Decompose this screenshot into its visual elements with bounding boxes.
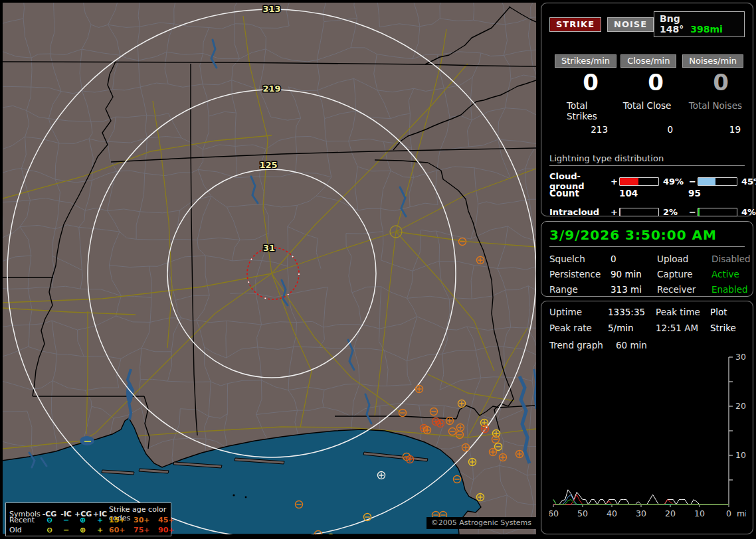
negative-count: 95 — [688, 188, 745, 198]
negative-bar — [698, 208, 737, 216]
uptime-value: Plot — [710, 307, 745, 317]
noise-mode-button[interactable]: NOISE — [607, 17, 654, 32]
datetime-display: 3/9/2026 3:50:00 AM — [549, 227, 745, 243]
total-close-label: Total Close — [614, 100, 680, 121]
close-per-min-value: 0 — [614, 69, 680, 96]
uptime-label: 12:51 AM — [656, 323, 710, 333]
status-grid: Squelch0UploadDisabledPersistence90 minC… — [549, 254, 745, 295]
legend-row: Recent⊖−⊕+15+30+45+ — [9, 515, 167, 525]
age-code: 90+ — [158, 526, 179, 534]
strike-symbol-glyph: ⊕ — [74, 526, 91, 534]
bearing-range: 398mi — [690, 24, 723, 35]
age-code: 45+ — [158, 516, 179, 524]
svg-text:313: 313 — [262, 4, 280, 14]
negative-pct: 4% — [737, 207, 756, 217]
negative-pct: 45% — [737, 177, 756, 187]
setting-label: Persistence — [549, 269, 611, 279]
status-panel: 3/9/2026 3:50:00 AM Squelch0UploadDisabl… — [541, 221, 753, 297]
distribution-row: Intracloud+2%−4% — [549, 206, 745, 218]
noises-per-min-value: 0 — [680, 69, 745, 96]
strike-symbol-glyph: ⊖ — [41, 526, 58, 534]
positive-pct: 49% — [659, 177, 689, 187]
legend-header-row: Symbols -CG -IC +CG +IC Strike age color… — [9, 505, 167, 515]
minus-sign: − — [689, 207, 698, 217]
map-canvas[interactable]: 31321912531 — [3, 3, 536, 534]
strikes-per-min-value: 0 — [549, 69, 614, 96]
legend-row-label: Old — [9, 526, 41, 534]
svg-text:40: 40 — [607, 508, 617, 518]
svg-text:20: 20 — [665, 508, 676, 518]
svg-text:31: 31 — [263, 243, 275, 253]
strikes-per-min-chip[interactable]: Strikes/min — [555, 54, 616, 68]
uptime-value: Strike — [710, 323, 745, 333]
noises-per-min-chip[interactable]: Noises/min — [682, 54, 743, 68]
strike-mode-button[interactable]: STRIKE — [549, 17, 601, 32]
strike-symbol-glyph: ⊕ — [74, 516, 91, 524]
svg-text:30: 30 — [735, 353, 746, 362]
copyright-text: ©2005 Astrogenic Systems — [426, 517, 536, 529]
setting-value: 90 min — [611, 269, 657, 279]
setting-label: Receiver — [657, 284, 711, 295]
setting-status: Active — [711, 269, 751, 279]
count-label: Count — [549, 188, 619, 198]
uptime-panel: Uptime1335:35Peak timePlotPeak rate5/min… — [541, 301, 753, 534]
negative-bar — [698, 177, 737, 186]
svg-text:30: 30 — [636, 508, 646, 518]
app-window: 31321912531 Symbols -CG -IC +CG +IC Stri… — [0, 0, 756, 539]
plus-sign: + — [611, 207, 619, 217]
age-code: 75+ — [134, 526, 158, 534]
setting-label: Capture — [657, 269, 711, 279]
positive-count: 104 — [619, 188, 688, 198]
divider — [549, 246, 745, 247]
map-legend: Symbols -CG -IC +CG +IC Strike age color… — [5, 502, 171, 536]
bearing-label: Bng 148° — [660, 13, 684, 35]
uptime-grid: Uptime1335:35Peak timePlotPeak rate5/min… — [549, 307, 745, 333]
svg-text:10: 10 — [694, 508, 705, 518]
uptime-label: Uptime — [549, 307, 608, 317]
strike-symbol-glyph: − — [58, 516, 74, 524]
uptime-label: Peak rate — [549, 323, 608, 333]
strike-symbol-glyph: ⊖ — [41, 516, 58, 524]
legend-row: Old⊖−⊕+60+75+90+ — [9, 525, 167, 535]
svg-text:50: 50 — [577, 508, 588, 518]
uptime-value: 1335:35 — [608, 307, 656, 317]
setting-value: 313 mi — [611, 284, 657, 295]
uptime-label: Peak time — [656, 307, 710, 317]
trend-graph: 1020306050403020100min — [549, 353, 746, 520]
positive-bar — [619, 208, 659, 216]
dist-label: Intracloud — [549, 207, 611, 217]
distribution-title: Lightning type distribution — [549, 153, 745, 166]
total-close-value: 0 — [614, 124, 680, 135]
legend-rows: Recent⊖−⊕+15+30+45+Old⊖−⊕+60+75+90+ — [9, 515, 167, 535]
age-code: 60+ — [109, 526, 134, 534]
strike-symbol-glyph: + — [91, 516, 109, 524]
strike-symbol-glyph: + — [91, 526, 109, 534]
svg-text:min: min — [737, 508, 746, 518]
trend-graph-label: Trend graph — [549, 340, 616, 350]
trend-graph-window: 60 min — [616, 340, 745, 350]
total-noises-value: 19 — [680, 124, 745, 135]
svg-text:125: 125 — [259, 160, 277, 170]
svg-text:219: 219 — [262, 84, 280, 94]
total-noises-label: Total Noises — [680, 100, 745, 121]
strike-map[interactable]: 31321912531 Symbols -CG -IC +CG +IC Stri… — [3, 3, 536, 534]
total-strikes-label: Total Strikes — [549, 100, 614, 121]
legend-row-label: Recent — [9, 516, 41, 524]
svg-text:20: 20 — [735, 401, 746, 411]
age-code: 15+ — [109, 516, 134, 524]
uptime-value: 5/min — [608, 323, 656, 333]
close-per-min-chip[interactable]: Close/min — [620, 54, 676, 68]
age-code: 30+ — [134, 516, 158, 524]
setting-label: Upload — [657, 254, 711, 264]
stats-panel: STRIKE NOISE Bng 148°398mi Strikes/min C… — [541, 3, 753, 216]
plus-sign: + — [611, 177, 619, 187]
svg-text:60: 60 — [549, 508, 559, 518]
svg-text:0: 0 — [726, 508, 731, 518]
minus-sign: − — [689, 177, 698, 187]
strike-symbol-glyph: − — [58, 526, 74, 534]
positive-bar — [619, 177, 659, 186]
setting-status: Disabled — [711, 254, 751, 264]
setting-label: Range — [549, 284, 611, 295]
count-row: Count10495 — [549, 188, 745, 198]
svg-text:10: 10 — [735, 450, 746, 460]
